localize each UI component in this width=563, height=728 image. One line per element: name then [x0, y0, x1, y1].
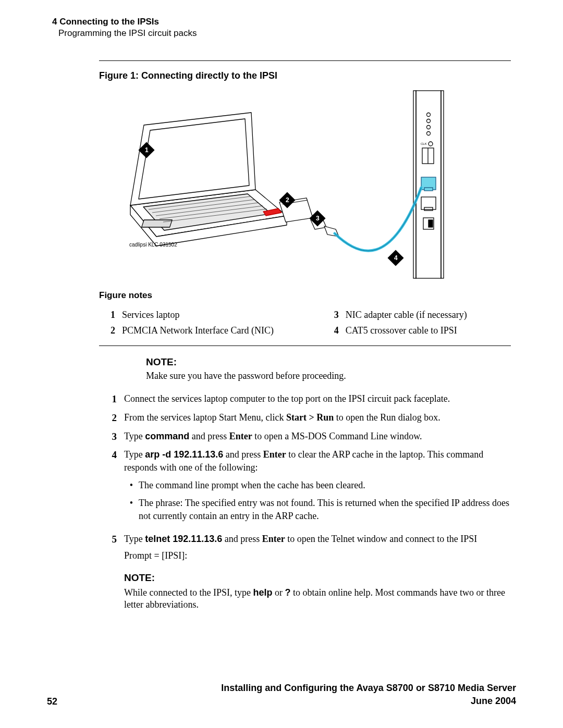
footer-title: Installing and Configuring the Avaya S87…: [57, 682, 516, 707]
list-item: 5 Type telnet 192.11.13.6 and press Ente…: [99, 533, 511, 611]
page-number: 52: [47, 696, 57, 707]
svg-rect-14: [424, 207, 433, 211]
svg-point-6: [427, 132, 431, 135]
figure-caption: Figure 1: Connecting directly to the IPS…: [99, 70, 511, 81]
sub-bullets: The command line prompt when the cache h…: [124, 479, 511, 522]
note-label: NOTE:: [124, 571, 511, 585]
page-footer: 52 Installing and Configuring the Avaya …: [47, 682, 516, 707]
svg-rect-16: [429, 220, 433, 227]
note-number: 2: [100, 325, 120, 339]
note-number: 4: [324, 325, 344, 339]
running-header-chapter: 4 Connecting to the IPSIs: [52, 17, 516, 27]
note-body: Make sure you have the password before p…: [146, 370, 511, 382]
svg-point-5: [427, 126, 431, 129]
svg-point-4: [427, 119, 431, 123]
chapter-number: 4: [52, 17, 57, 27]
figure-credit: cadlipsi KLC 031502: [129, 242, 177, 248]
figure-top-rule: [99, 60, 511, 61]
prompt-line: Prompt = [IPSI]:: [124, 549, 511, 562]
figure-notes-title: Figure notes: [99, 290, 511, 301]
content-area: Figure 1: Connecting directly to the IPS…: [99, 60, 511, 611]
svg-rect-2: [441, 91, 444, 278]
note-block-2: NOTE: While connected to the IPSI, type …: [124, 571, 511, 611]
procedure-steps: 1 Connect the services laptop computer t…: [99, 392, 511, 611]
step-body: Type command and press Enter to open a M…: [124, 430, 511, 443]
table-row: 2 PCMCIA Network Interface Card (NIC) 4 …: [100, 325, 510, 339]
note-number: 1: [100, 309, 120, 324]
svg-text:CLK: CLK: [421, 142, 427, 145]
svg-point-3: [427, 113, 431, 117]
list-item: 4 Type arp -d 192.11.13.6 and press Ente…: [99, 448, 511, 527]
figure-illustration: CLK: [99, 85, 511, 286]
note-text: Services laptop: [121, 309, 323, 324]
diagram-svg: CLK: [99, 85, 511, 286]
svg-rect-1: [413, 91, 416, 278]
list-item: The command line prompt when the cache h…: [124, 479, 511, 491]
list-item: 2 From the services laptop Start Menu, c…: [99, 411, 511, 425]
step-body: Type telnet 192.11.13.6 and press Enter …: [124, 533, 511, 611]
step-body: Connect the services laptop computer to …: [124, 392, 511, 406]
step-body: Type arp -d 192.11.13.6 and press Enter …: [124, 448, 511, 527]
list-item: 1 Connect the services laptop computer t…: [99, 392, 511, 406]
running-header-subsection: Programming the IPSI circuit packs: [58, 28, 516, 39]
svg-rect-12: [424, 188, 433, 191]
page: 4 Connecting to the IPSIs Programming th…: [0, 0, 563, 728]
note-text: CAT5 crossover cable to IPSI: [345, 325, 510, 339]
table-row: 1 Services laptop 3 NIC adapter cable (i…: [100, 309, 510, 324]
figure-bottom-rule: [99, 346, 511, 346]
note-number: 3: [324, 309, 344, 324]
note-text: NIC adapter cable (if necessary): [345, 309, 510, 324]
note-body: While connected to the IPSI, type help o…: [124, 587, 511, 611]
svg-rect-17: [142, 220, 173, 227]
note-label: NOTE:: [146, 356, 511, 368]
chapter-title: Connecting to the IPSIs: [59, 17, 159, 27]
list-item: 3 Type command and press Enter to open a…: [99, 430, 511, 443]
note-block-1: NOTE: Make sure you have the password be…: [146, 356, 511, 382]
list-item: The phrase: The specified entry was not …: [124, 497, 511, 522]
note-text: PCMCIA Network Interface Card (NIC): [121, 325, 323, 339]
svg-point-8: [429, 142, 433, 146]
step-body: From the services laptop Start Menu, cli…: [124, 411, 511, 425]
figure-notes-table: 1 Services laptop 3 NIC adapter cable (i…: [99, 308, 511, 340]
